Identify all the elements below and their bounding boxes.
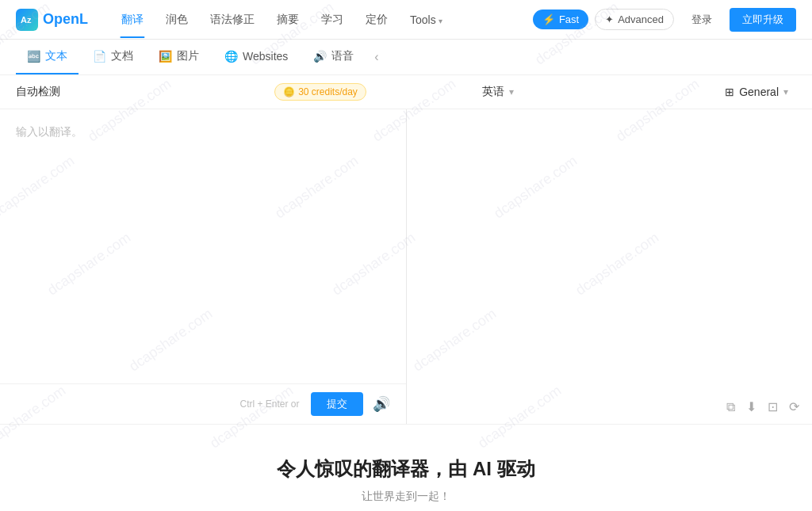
websites-tab-label: Websites	[243, 50, 288, 63]
logo[interactable]: Az OpenL	[16, 9, 88, 31]
tab-websites[interactable]: 🌐Websites	[213, 40, 299, 74]
advanced-button[interactable]: ✦ Advanced	[595, 9, 674, 30]
hero-subtitle: 让世界走到一起！	[16, 490, 796, 504]
text-tab-label: 文本	[45, 49, 67, 63]
logo-icon: Az	[16, 9, 38, 31]
document-tab-label: 文档	[111, 49, 133, 63]
style-selector[interactable]: ⊞ General ▾	[725, 86, 796, 98]
hero-title: 令人惊叹的翻译器，由 AI 驱动	[16, 456, 796, 482]
document-tab-icon: 📄	[93, 50, 106, 63]
image-tab-icon: 🖼️	[159, 50, 172, 63]
logo-text: OpenL	[43, 11, 88, 28]
credits-badge: 🪙 30 credits/day	[274, 83, 366, 101]
style-label: General	[739, 86, 779, 98]
nav-item-tools[interactable]: Tools▾	[400, 9, 452, 31]
advanced-label: Advanced	[618, 13, 664, 25]
source-language-selector[interactable]: 自动检测	[16, 85, 174, 99]
credits-text: 30 credits/day	[298, 86, 358, 97]
nav-item-pricing[interactable]: 定价	[356, 8, 397, 32]
nav-item-polish[interactable]: 润色	[156, 8, 197, 32]
nav-item-learn[interactable]: 学习	[312, 8, 353, 32]
header-right: ⚡ Fast ✦ Advanced 登录 立即升级	[533, 8, 796, 32]
download-icon[interactable]: ⬇	[746, 399, 756, 414]
target-text-output	[407, 109, 813, 424]
upgrade-button[interactable]: 立即升级	[730, 8, 796, 32]
fast-button[interactable]: ⚡ Fast	[533, 10, 588, 29]
voice-tab-label: 语音	[331, 49, 354, 63]
chevron-down-icon: ▾	[439, 17, 442, 25]
websites-tab-icon: 🌐	[224, 50, 238, 63]
source-panel: 输入以翻译。 Ctrl + Enter or 提交 🔊	[0, 109, 407, 424]
collapse-button[interactable]: ‹	[368, 44, 385, 71]
tab-text[interactable]: 🔤文本	[16, 40, 79, 74]
chevron-down-icon: ▾	[509, 86, 514, 97]
header: Az OpenL 翻译润色语法修正摘要学习定价Tools▾ ⚡ Fast ✦ A…	[0, 0, 812, 40]
fast-label: Fast	[559, 13, 579, 25]
lightning-icon: ⚡	[542, 13, 555, 25]
nav-item-summary[interactable]: 摘要	[267, 8, 308, 32]
sparkle-icon: ✦	[605, 13, 614, 25]
tab-voice[interactable]: 🔊语音	[302, 40, 365, 74]
chevron-down-icon-2: ▾	[783, 86, 788, 97]
main-nav: 翻译润色语法修正摘要学习定价Tools▾	[112, 8, 533, 32]
submit-button[interactable]: 提交	[311, 392, 363, 416]
tab-document[interactable]: 📄文档	[82, 40, 144, 74]
voice-tab-icon: 🔊	[313, 50, 327, 63]
target-panel: ⧉ ⬇ ⊡ ⟳	[407, 109, 813, 424]
translator-main: 自动检测 🪙 30 credits/day 英语 ▾ ⊞ General ▾ 输…	[0, 75, 812, 424]
tab-image[interactable]: 🖼️图片	[147, 40, 210, 74]
right-panel-actions: ⧉ ⬇ ⊡ ⟳	[726, 399, 799, 414]
history-icon[interactable]: ⊡	[768, 399, 778, 414]
submit-hint: Ctrl + Enter or	[239, 399, 299, 410]
tabs-row: 🔤文本📄文档🖼️图片🌐Websites🔊语音‹	[0, 40, 812, 75]
copy-icon[interactable]: ⧉	[726, 400, 735, 414]
lang-bar: 自动检测 🪙 30 credits/day 英语 ▾ ⊞ General ▾	[0, 75, 812, 109]
image-tab-label: 图片	[177, 49, 199, 63]
hero-section: 令人惊叹的翻译器，由 AI 驱动 让世界走到一起！	[0, 424, 812, 511]
target-lang-label: 英语	[482, 85, 504, 99]
target-language-selector[interactable]: 英语 ▾	[466, 85, 625, 99]
translation-panels: 输入以翻译。 Ctrl + Enter or 提交 🔊 ⧉ ⬇ ⊡ ⟳	[0, 109, 812, 424]
share-icon[interactable]: ⟳	[789, 399, 799, 414]
text-tab-icon: 🔤	[27, 50, 40, 63]
login-button[interactable]: 登录	[680, 9, 723, 31]
svg-text:Az: Az	[21, 15, 32, 25]
nav-item-grammar[interactable]: 语法修正	[201, 8, 264, 32]
grid-icon: ⊞	[725, 86, 734, 98]
source-placeholder: 输入以翻译。	[16, 125, 82, 138]
credits-icon: 🪙	[283, 86, 295, 97]
nav-item-translate[interactable]: 翻译	[112, 8, 153, 32]
audio-button[interactable]: 🔊	[370, 392, 393, 416]
source-lang-label: 自动检测	[16, 85, 60, 99]
source-panel-bottom: Ctrl + Enter or 提交 🔊	[0, 383, 406, 424]
source-text-input[interactable]: 输入以翻译。	[0, 109, 406, 383]
